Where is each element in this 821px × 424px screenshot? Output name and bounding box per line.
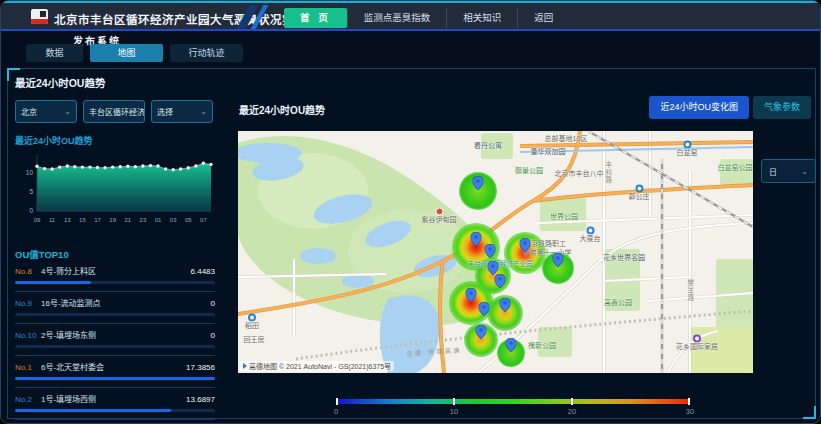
top-list-item: No.84号-筛分上料区6.4483 (15, 260, 215, 292)
map-canvas[interactable]: 看丹公寓总部基地10区董华双加园御景公园北京市丰台八中郭公庄白盆窑白盆窑公园世界… (238, 131, 753, 373)
value-bar (15, 313, 215, 316)
station-name: 2号-填埋场东侧 (41, 329, 211, 340)
legend-tick (453, 398, 455, 405)
station-name: 16号-流动监测点 (41, 297, 211, 308)
map-section-title: 最近24小时OU趋势 (239, 102, 325, 117)
nav-item-odor-index[interactable]: 监测点恶臭指数 (347, 8, 447, 28)
ou-value: 17.3856 (186, 363, 215, 372)
value-bar (15, 377, 215, 380)
ou-value: 0 (211, 331, 215, 340)
map-buttons: 近24小时OU变化图 气象参数 (649, 96, 811, 119)
city-select[interactable]: 北京 ⌄ (15, 100, 77, 123)
rank-label: No.10 (15, 331, 41, 340)
chevron-down-icon: ⌄ (64, 107, 71, 116)
rank-label: No.9 (15, 299, 41, 308)
park-select[interactable]: 丰台区循环经济产 ⌄ (83, 100, 145, 123)
app-logo (31, 9, 48, 24)
legend-gradient-bar (336, 399, 690, 404)
ou-value: 0 (211, 299, 215, 308)
dashboard-page: 北京市丰台区循环经济产业园大气恶臭状况实时 首 页 监测点恶臭指数 相关知识 返… (0, 0, 821, 424)
svg-text:23: 23 (140, 217, 147, 223)
ou-trend-chart: 0510091113151719212301030507 (13, 148, 218, 233)
autonavi-logo-icon (243, 363, 247, 369)
rank-label: No.2 (15, 395, 41, 404)
panel-title: 最近24小时OU趋势 (15, 75, 105, 90)
legend-tick-label: 30 (686, 407, 694, 416)
chevron-down-icon: ⌄ (801, 167, 808, 176)
top-list-item: No.916号-流动监测点0 (15, 292, 215, 324)
header-bar: 北京市丰台区循环经济产业园大气恶臭状况实时 首 页 监测点恶臭指数 相关知识 返… (1, 1, 820, 31)
legend-tick-label: 10 (450, 407, 458, 416)
view-tabs: 数据 地图 行动轨迹 (26, 44, 243, 62)
svg-text:17: 17 (94, 217, 101, 223)
tab-data[interactable]: 数据 (26, 44, 83, 62)
svg-text:03: 03 (170, 217, 177, 223)
station-select[interactable]: 选择 ⌄ (151, 100, 213, 123)
legend-tick (571, 398, 573, 405)
svg-text:0: 0 (29, 207, 33, 214)
station-name: 6号-北天堂村委会 (41, 361, 186, 372)
city-select-value: 北京 (21, 106, 37, 117)
copyright-text: 高德地图 © 2021 AutoNavi - GS(2021)6375号 (249, 361, 391, 371)
nav-item-knowledge[interactable]: 相关知识 (446, 8, 517, 28)
svg-text:07: 07 (200, 217, 207, 223)
map-base (238, 131, 753, 373)
tab-map[interactable]: 地图 (90, 44, 163, 62)
svg-text:5: 5 (29, 188, 33, 195)
filter-row: 北京 ⌄ 丰台区循环经济产 ⌄ 选择 ⌄ (15, 100, 213, 123)
svg-text:11: 11 (49, 217, 56, 223)
value-bar (15, 409, 215, 412)
legend-tick-label: 0 (334, 407, 338, 416)
station-name: 1号-填埋场西侧 (41, 393, 186, 404)
weather-params-button[interactable]: 气象参数 (753, 96, 811, 119)
svg-text:21: 21 (124, 217, 131, 223)
legend-tick (688, 398, 690, 405)
value-bar (15, 281, 215, 284)
ou-value: 6.4483 (191, 267, 215, 276)
top-list: No.84号-筛分上料区6.4483No.916号-流动监测点0No.102号-… (15, 260, 215, 420)
period-select[interactable]: 日 ⌄ (761, 159, 816, 183)
svg-text:05: 05 (185, 217, 192, 223)
svg-text:10: 10 (26, 169, 34, 176)
svg-text:13: 13 (64, 217, 71, 223)
main-nav: 首 页 监测点恶臭指数 相关知识 返回 (284, 7, 569, 28)
tab-track[interactable]: 行动轨迹 (170, 44, 243, 62)
ou-change-map-button[interactable]: 近24小时OU变化图 (649, 96, 749, 119)
station-select-value: 选择 (157, 106, 173, 117)
rank-label: No.8 (15, 267, 41, 276)
period-select-value: 日 (769, 166, 777, 177)
svg-text:09: 09 (34, 217, 41, 223)
park-select-value: 丰台区循环经济产 (89, 106, 145, 117)
header-decoration (239, 5, 273, 29)
legend-tick (336, 398, 338, 405)
top-list-item: No.16号-北天堂村委会17.3856 (15, 356, 215, 388)
legend-tick-label: 20 (568, 407, 576, 416)
nav-item-back[interactable]: 返回 (517, 8, 569, 28)
rank-label: No.1 (15, 363, 41, 372)
top-list-item: No.102号-填埋场东侧0 (15, 324, 215, 356)
station-name: 4号-筛分上料区 (41, 265, 191, 276)
svg-text:19: 19 (109, 217, 116, 223)
svg-text:15: 15 (79, 217, 86, 223)
map-copyright: 高德地图 © 2021 AutoNavi - GS(2021)6375号 (240, 361, 394, 371)
value-bar (15, 345, 215, 348)
ou-value: 13.6897 (186, 395, 215, 404)
trend-chart-title: 最近24小时OU趋势 (15, 134, 93, 147)
ou-color-legend: 0102030 (336, 399, 690, 404)
top-list-item: No.21号-填埋场西侧13.6897 (15, 388, 215, 420)
nav-item-home[interactable]: 首 页 (284, 8, 347, 28)
chevron-down-icon: ⌄ (200, 107, 207, 116)
top-list-title: OU值TOP10 (15, 247, 69, 261)
svg-text:01: 01 (155, 217, 162, 223)
